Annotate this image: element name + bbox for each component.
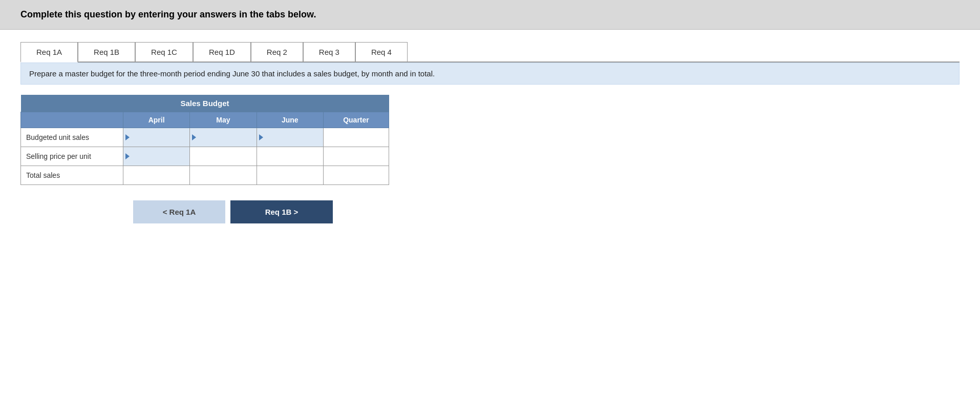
col-header-quarter: Quarter: [323, 112, 389, 128]
tab-req1b[interactable]: Req 1B: [78, 42, 135, 61]
table-row: Budgeted unit sales: [21, 128, 389, 147]
page-instruction: Complete this question by entering your …: [20, 9, 960, 20]
input-quarter-price[interactable]: [324, 147, 389, 166]
col-header-april: April: [123, 112, 190, 128]
main-content: Req 1A Req 1B Req 1C Req 1D Req 2 Req 3 …: [0, 30, 980, 236]
input-may-price[interactable]: [190, 147, 256, 166]
arrow-icon-june-budgeted: [259, 134, 263, 140]
content-instruction: Prepare a master budget for the three-mo…: [20, 63, 960, 85]
budget-table-wrapper: Sales Budget April May June Quarter Budg…: [20, 95, 389, 185]
col-header-label: [21, 112, 123, 128]
input-quarter-total[interactable]: [324, 166, 389, 184]
input-april-budgeted[interactable]: [132, 128, 187, 147]
prev-button[interactable]: < Req 1A: [133, 200, 225, 223]
table-header-sub: April May June Quarter: [21, 112, 389, 128]
row-label-budgeted-unit-sales: Budgeted unit sales: [21, 128, 123, 147]
input-cell-quarter-budgeted[interactable]: [323, 128, 389, 147]
input-cell-may-total[interactable]: [190, 166, 257, 185]
table-header-main: Sales Budget: [21, 95, 389, 112]
col-header-may: May: [190, 112, 257, 128]
input-april-price[interactable]: [132, 147, 187, 166]
arrow-icon-april-price: [125, 153, 130, 159]
input-june-price[interactable]: [257, 147, 323, 166]
input-april-total[interactable]: [123, 166, 189, 184]
nav-buttons: < Req 1A Req 1B >: [133, 200, 960, 223]
tab-req3[interactable]: Req 3: [303, 42, 355, 61]
tabs-container: Req 1A Req 1B Req 1C Req 1D Req 2 Req 3 …: [20, 42, 960, 63]
input-june-total[interactable]: [257, 166, 323, 184]
arrow-icon-may-budgeted: [192, 134, 196, 140]
table-row: Selling price per unit: [21, 147, 389, 166]
input-cell-may-budgeted[interactable]: [190, 128, 257, 147]
tab-req2[interactable]: Req 2: [251, 42, 303, 61]
next-button[interactable]: Req 1B >: [230, 200, 333, 223]
input-may-total[interactable]: [190, 166, 256, 184]
row-label-selling-price: Selling price per unit: [21, 147, 123, 166]
tab-req4[interactable]: Req 4: [355, 42, 408, 61]
input-cell-june-price[interactable]: [257, 147, 323, 166]
input-may-budgeted[interactable]: [198, 128, 254, 147]
input-cell-april-price[interactable]: [123, 147, 190, 166]
input-cell-june-budgeted[interactable]: [257, 128, 323, 147]
input-cell-quarter-price[interactable]: [323, 147, 389, 166]
input-cell-april-budgeted[interactable]: [123, 128, 190, 147]
input-cell-quarter-total[interactable]: [323, 166, 389, 185]
tab-req1d[interactable]: Req 1D: [193, 42, 251, 61]
table-row: Total sales: [21, 166, 389, 185]
budget-table: Sales Budget April May June Quarter Budg…: [20, 95, 389, 185]
input-cell-april-total[interactable]: [123, 166, 190, 185]
row-label-total-sales: Total sales: [21, 166, 123, 185]
tab-req1c[interactable]: Req 1C: [135, 42, 193, 61]
input-quarter-budgeted[interactable]: [324, 128, 389, 147]
input-cell-june-total[interactable]: [257, 166, 323, 185]
tab-req1a[interactable]: Req 1A: [20, 42, 78, 63]
input-cell-may-price[interactable]: [190, 147, 257, 166]
arrow-icon-april-budgeted: [125, 134, 130, 140]
input-june-budgeted[interactable]: [265, 128, 321, 147]
header-bar: Complete this question by entering your …: [0, 0, 980, 30]
table-title: Sales Budget: [21, 95, 389, 112]
col-header-june: June: [257, 112, 323, 128]
